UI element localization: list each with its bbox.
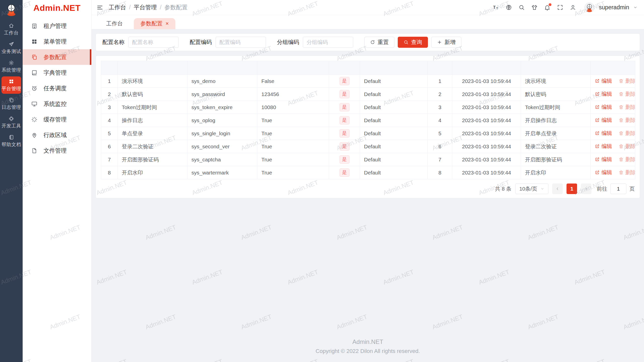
trash-icon [619, 78, 624, 83]
操作日志-button: 4 操作日志 sys_oplog True 是 Default 4 2023-0… [101, 114, 635, 127]
add-button[interactable]: 新增 [431, 37, 461, 48]
edit-button[interactable]: 编辑 [595, 104, 612, 111]
rail-item-platform[interactable]: 平台管理 [2, 76, 21, 94]
cell-group: Default [360, 127, 428, 140]
language-button[interactable] [502, 2, 515, 13]
tab-workbench[interactable]: 工作台 [100, 18, 129, 29]
cell-time: 2023-01-03 10:59:44 [452, 153, 521, 166]
cell-code: sys_wartermark [187, 166, 257, 179]
prev-page-button[interactable] [552, 184, 563, 194]
filter-input[interactable] [128, 37, 179, 48]
rail-item-workbench[interactable]: 工作台 [2, 21, 21, 38]
cell-sort: 1 [428, 75, 452, 88]
delete-button[interactable]: 删除 [619, 104, 635, 111]
filter-field-code: 配置编码 [190, 37, 266, 48]
user-dropdown-icon[interactable] [633, 5, 637, 10]
delete-button[interactable]: 删除 [619, 156, 635, 163]
rail-item-biz-test[interactable]: 业务测试 [2, 39, 21, 57]
sidebar-item-label: 菜单管理 [44, 38, 67, 46]
tab-label: 工作台 [106, 20, 123, 27]
edit-button[interactable]: 编辑 [595, 156, 612, 163]
sidebar-item-task[interactable]: 任务调度 [23, 80, 91, 96]
pagination-total: 共 8 条 [495, 185, 511, 192]
delete-button[interactable]: 删除 [619, 130, 635, 137]
bell-icon [544, 4, 550, 11]
filter-input[interactable] [303, 37, 353, 48]
user-avatar[interactable] [584, 3, 594, 13]
edit-button[interactable]: 编辑 [595, 90, 612, 98]
next-page-button[interactable] [581, 184, 591, 194]
username[interactable]: superadmin [599, 4, 629, 11]
sidebar-item-param-config[interactable]: 参数配置 [23, 49, 91, 65]
edit-button[interactable]: 编辑 [595, 169, 612, 176]
builtin-badge: 是 [340, 142, 349, 151]
rail-item-devtools[interactable]: 开发工具 [2, 114, 21, 131]
breadcrumb-item[interactable]: 平台管理 [134, 4, 157, 11]
cell-sort: 2 [428, 88, 452, 101]
delete-button[interactable]: 删除 [619, 143, 635, 150]
cell-remark: 开启图形验证码 [521, 153, 591, 166]
rail-item-system[interactable]: 系统管理 [2, 58, 21, 75]
topbar-left: 工作台 / 平台管理 / 参数配置 [97, 4, 188, 11]
close-icon[interactable]: × [166, 21, 169, 26]
trash-icon [619, 105, 624, 110]
cell-time: 2023-01-03 10:59:44 [452, 114, 521, 127]
sidebar-item-monitor[interactable]: 系统监控 [23, 96, 91, 112]
sidebar-item-label: 行政区域 [44, 131, 67, 139]
column-header [118, 61, 187, 75]
goto-page-input[interactable] [610, 184, 626, 194]
delete-button[interactable]: 删除 [619, 169, 635, 176]
edit-button[interactable]: 编辑 [595, 130, 612, 137]
chevRight-icon [584, 187, 588, 191]
edit-button[interactable]: 编辑 [595, 117, 612, 124]
edit-icon [595, 78, 600, 83]
Token过期时间-button: 3 Token过期时间 sys_token_expire 10080 是 Def… [101, 101, 635, 114]
cell-name: 单点登录 [118, 127, 187, 140]
search-button[interactable]: 查询 [398, 37, 428, 48]
breadcrumb-separator: / [160, 4, 161, 11]
page-size-select[interactable]: 10条/页 [515, 184, 548, 194]
sidebar-item-label: 文件管理 [44, 147, 67, 155]
menu-collapse-button[interactable] [97, 4, 103, 11]
cell-index: 1 [101, 75, 118, 88]
sidebar-item-label: 缓存管理 [44, 116, 67, 123]
sidebar-item-dict[interactable]: 字典管理 [23, 65, 91, 80]
delete-button[interactable]: 删除 [619, 77, 635, 84]
font-size-button[interactable]: TT [490, 2, 502, 13]
sidebar-item-cache[interactable]: 缓存管理 [23, 112, 91, 127]
home-icon [9, 23, 14, 28]
search-button[interactable] [515, 2, 528, 13]
cell-remark: 开启单点登录 [521, 127, 591, 140]
delete-button[interactable]: 删除 [619, 117, 635, 124]
chevLeft-icon [555, 187, 560, 191]
reset-button[interactable]: 重置 [364, 37, 394, 48]
edit-button[interactable]: 编辑 [595, 143, 612, 150]
sidebar-item-region[interactable]: 行政区域 [23, 127, 91, 143]
search-icon [404, 40, 409, 45]
单点登录-button: 5 单点登录 sys_single_login True 是 Default 5… [101, 127, 635, 140]
cell-time: 2023-01-03 10:59:44 [452, 140, 521, 153]
profile-button[interactable] [567, 2, 579, 13]
cell-time: 2023-01-03 10:59:44 [452, 88, 521, 101]
tab-param-config[interactable]: 参数配置 × [134, 18, 175, 29]
rail-item-logs[interactable]: 日志管理 [2, 95, 21, 112]
rail-item-docs[interactable]: 帮助文档 [2, 132, 21, 150]
breadcrumb-item[interactable]: 参数配置 [165, 4, 188, 11]
cell-sort: 7 [428, 153, 452, 166]
sidebar-item-menu[interactable]: 菜单管理 [23, 34, 91, 49]
page-1-button[interactable]: 1 [567, 184, 577, 194]
delete-button[interactable]: 删除 [619, 90, 635, 98]
app-rail: 工作台 业务测试 系统管理 平台管理 日志管理 开发工具 帮助文档 [0, 0, 23, 362]
sidebar-item-file[interactable]: 文件管理 [23, 143, 91, 158]
sidebar-item-tenant[interactable]: 租户管理 [23, 18, 91, 34]
trash-icon [619, 170, 624, 175]
theme-button[interactable] [528, 2, 541, 13]
默认密码-button: 2 默认密码 sys_password 123456 是 Default 2 2… [101, 88, 635, 101]
fullscreen-button[interactable] [554, 2, 567, 13]
cell-group: Default [360, 88, 428, 101]
breadcrumb-item[interactable]: 工作台 [109, 4, 126, 11]
notifications-button[interactable] [541, 2, 554, 13]
fontsize-icon: TT [493, 4, 499, 11]
edit-button[interactable]: 编辑 [595, 77, 612, 84]
filter-input[interactable] [216, 37, 266, 48]
